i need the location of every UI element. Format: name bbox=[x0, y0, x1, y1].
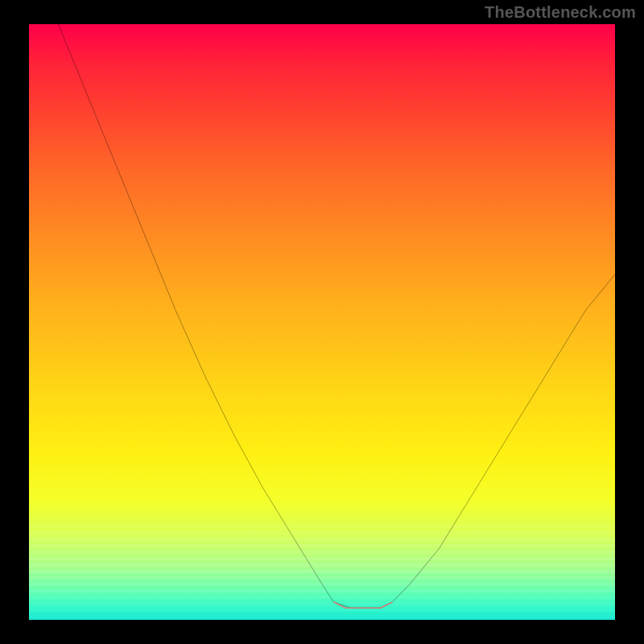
chart-frame: TheBottleneck.com bbox=[0, 0, 644, 644]
plot-area bbox=[29, 24, 615, 620]
curve-main-path bbox=[58, 24, 615, 608]
watermark-text: TheBottleneck.com bbox=[485, 3, 636, 22]
bottleneck-curve-svg bbox=[29, 24, 615, 620]
